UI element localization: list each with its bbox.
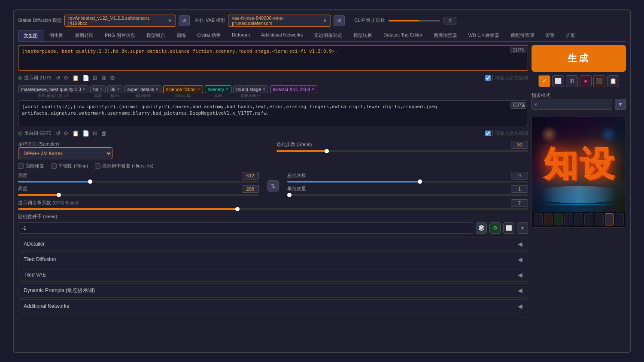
cfg-value[interactable]: 7: [511, 199, 528, 207]
prompt-tool-2[interactable]: ⟳: [63, 74, 70, 82]
tab-train[interactable]: 训练: [171, 30, 191, 41]
action-btn-pink[interactable]: ●: [580, 75, 592, 87]
style-preset-input[interactable]: [532, 99, 612, 110]
generate-button[interactable]: 生成: [532, 45, 626, 72]
tab-png-info[interactable]: PNG 图片信息: [100, 30, 140, 41]
style-preset-action-btn[interactable]: ▼: [615, 99, 626, 110]
tab-gallery[interactable]: 图库浏览器: [428, 30, 462, 41]
prompt-label: 提示词 21/75: [24, 75, 52, 81]
height-slider[interactable]: [18, 194, 259, 196]
thumb-8-active[interactable]: [605, 213, 614, 225]
tab-settings[interactable]: 设置: [540, 30, 560, 41]
swap-dimensions-btn[interactable]: ⇅: [267, 180, 279, 192]
sampler-select[interactable]: DPM++ 2M Karras: [18, 147, 112, 159]
thumb-4[interactable]: [564, 213, 573, 225]
batch-count-slider[interactable]: [287, 181, 528, 183]
tiling-checkbox[interactable]: 平铺图 (Tiling): [51, 163, 88, 169]
thumb-5[interactable]: [574, 213, 583, 225]
height-section: 高度 288: [18, 185, 259, 196]
prompt-textarea[interactable]: [18, 45, 528, 71]
batch-size-value[interactable]: 1: [511, 185, 528, 193]
neg-tool-4[interactable]: 📄: [82, 129, 90, 137]
tab-img2img[interactable]: 图生图: [44, 30, 69, 41]
tab-extensions[interactable]: 扩展: [561, 30, 580, 41]
height-value[interactable]: 288: [242, 185, 259, 193]
vae-refresh-btn[interactable]: ↺: [334, 15, 345, 26]
width-slider[interactable]: [18, 181, 259, 183]
action-btn-interrupt[interactable]: ⬜: [552, 75, 564, 87]
tab-civitai[interactable]: Civitai 助手: [192, 30, 226, 41]
action-btn-red[interactable]: ⬛: [593, 75, 605, 87]
thumb-9[interactable]: [615, 213, 624, 225]
accordion-dynamic-prompts-header[interactable]: Dynamic Prompts (动态提示词) ◀: [18, 284, 528, 297]
prompt-tool-3[interactable]: 📋: [71, 74, 80, 82]
tab-infinite-image[interactable]: 无边图像浏览: [309, 30, 347, 41]
neg-tool-3[interactable]: 📋: [71, 129, 80, 137]
steps-value[interactable]: 30: [511, 141, 528, 149]
neg-tool-1[interactable]: ↺: [55, 129, 61, 137]
accordion-adetailer-arrow: ◀: [518, 240, 522, 247]
model-refresh-btn[interactable]: ↺: [179, 15, 190, 26]
action-btn-copy[interactable]: 📋: [607, 75, 619, 87]
negative-prompt-textarea[interactable]: [18, 100, 528, 126]
accordion-adetailer-header[interactable]: ADetailer ◀: [18, 237, 528, 250]
neg-label: 反向词 66/75: [24, 130, 52, 137]
thumb-1[interactable]: [534, 213, 543, 225]
neg-tag-input-checkbox[interactable]: [485, 131, 491, 136]
tab-dataset-tag[interactable]: Dataset Tag Editor: [378, 30, 427, 41]
face-fix-checkbox[interactable]: 面部修复: [18, 163, 44, 169]
batch-count-value[interactable]: 9: [511, 172, 528, 179]
tag-science-fiction: science fiction × 科幻小说: [163, 85, 203, 99]
prompt-tool-5[interactable]: ⊞: [92, 74, 98, 82]
neg-scroll-up-btn[interactable]: ▲: [520, 101, 526, 108]
style-preset-section: 预设样式 ▼: [532, 92, 626, 110]
neg-tool-5[interactable]: ⊞: [92, 129, 98, 137]
cfg-slider[interactable]: [18, 208, 528, 210]
tab-deforum[interactable]: Deforum: [227, 30, 255, 41]
width-value[interactable]: 512: [242, 172, 259, 179]
tab-postprocess[interactable]: 后期处理: [70, 30, 99, 41]
prompt-tool-delete[interactable]: 🗑: [100, 74, 107, 82]
tags-row: masterpiece, best quality:1.3 × 杰作,最佳品质:…: [18, 84, 528, 100]
batch-size-slider[interactable]: [287, 194, 528, 196]
accordion-tiled-diffusion-header[interactable]: Tiled Diffusion ◀: [18, 253, 528, 266]
hires-fix-checkbox[interactable]: 高分辨率修复 (Hires. fix): [95, 163, 153, 169]
dimension-batch-section: 宽度 512 高度 288: [18, 172, 528, 196]
clip-value: 2: [444, 17, 456, 24]
tag-input-checkbox[interactable]: [485, 75, 491, 81]
prompt-circle-icon: ◎: [18, 75, 22, 81]
tab-model-convert[interactable]: 模型转换: [348, 30, 377, 41]
thumb-2[interactable]: [544, 213, 553, 225]
thumb-7[interactable]: [595, 213, 604, 225]
prompt-tool-4[interactable]: 📄: [82, 74, 90, 82]
model-label: Stable Diffusion 模型: [18, 17, 62, 24]
seed-input[interactable]: -1: [18, 222, 473, 234]
seed-dice-btn[interactable]: 🎲: [476, 222, 487, 234]
accordion-tiled-vae-header[interactable]: Tiled VAE ◀: [18, 268, 528, 281]
seed-row: -1 🎲 ♻ ⬜ ▼: [18, 222, 528, 234]
clip-slider[interactable]: [389, 20, 440, 21]
action-btn-check[interactable]: ✓: [538, 75, 550, 87]
thumb-3[interactable]: [554, 213, 563, 225]
accordion-additional-networks-header[interactable]: Additional Networks ◀: [18, 300, 528, 313]
model-select[interactable]: revAnimated_v122_V1.2.2.safetensors [419…: [64, 15, 176, 27]
prompt-tool-settings[interactable]: ⚙: [109, 74, 116, 82]
thumb-6[interactable]: [584, 213, 593, 225]
steps-slider[interactable]: [276, 150, 528, 152]
prompt-toolbar: ◎ 提示词 21/75 ↺ ⟳ 📋 📄 ⊞ 🗑 ⚙ 请输入新关键词: [18, 74, 528, 82]
seed-arrow-btn[interactable]: ▼: [517, 222, 528, 234]
action-btn-delete[interactable]: 🗑: [566, 75, 578, 87]
tab-additional-networks[interactable]: Additional Networks: [256, 30, 308, 41]
accordion-tiled-vae: Tiled VAE ◀: [18, 268, 528, 282]
tab-wd14[interactable]: WD 1.4 标签器: [463, 30, 505, 41]
neg-tool-2[interactable]: ⟳: [63, 129, 70, 137]
neg-tool-delete[interactable]: 🗑: [100, 129, 107, 137]
tab-merge[interactable]: 模型融合: [141, 30, 170, 41]
tab-txt2img[interactable]: 文生图: [18, 30, 43, 41]
prompt-tool-1[interactable]: ↺: [55, 74, 61, 82]
vae-select[interactable]: vae-ft-mse-840000-ema-pruned.safetensors…: [228, 15, 331, 27]
seed-recycle-btn[interactable]: ♻: [489, 222, 501, 234]
tab-wildcard[interactable]: 通配符管理: [505, 30, 539, 41]
seed-extra-btn[interactable]: ⬜: [503, 222, 514, 234]
clip-section: CLIP 终止层数 2: [354, 17, 456, 24]
